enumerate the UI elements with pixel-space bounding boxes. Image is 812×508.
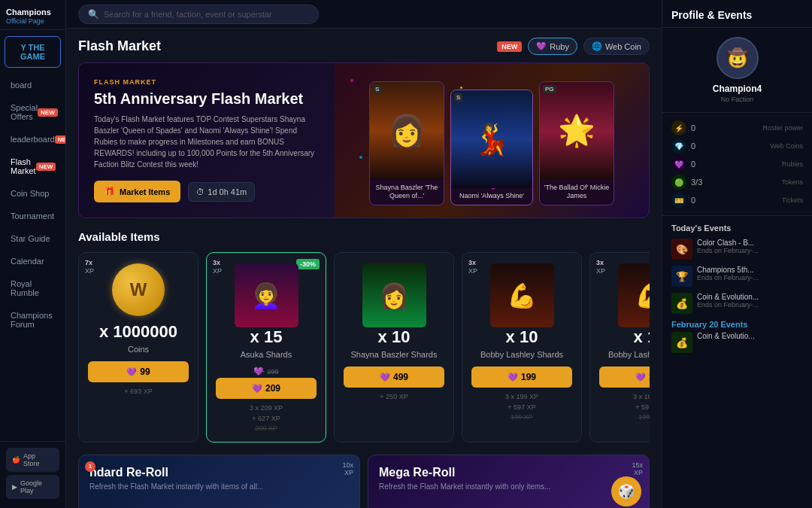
- buy-coins-button[interactable]: 💜 99: [88, 361, 189, 382]
- sidebar-item-champions-forum[interactable]: Champions Forum: [3, 305, 62, 335]
- new-badge: NEW: [36, 163, 56, 171]
- price-label: 99: [140, 367, 150, 377]
- item-name: Bobby Lashley Shards: [480, 350, 563, 359]
- original-price: 💜 299: [253, 367, 278, 376]
- ruby-label: Ruby: [550, 42, 569, 51]
- event-subtitle: Ends on February-...: [697, 301, 759, 309]
- event-item-feb-coin-evolution[interactable]: 💰 Coin & Evolutio...: [671, 332, 803, 353]
- item-xp-badge: 3x XP: [468, 259, 477, 275]
- item-xp-badge: 3x XP: [596, 259, 605, 275]
- wrestler-card-3-image: PG 🌟: [540, 82, 614, 180]
- sidebar-item-label: Star Guide: [11, 234, 50, 243]
- sidebar-item-calendar[interactable]: Calendar: [3, 251, 62, 272]
- event-title: Champions 5th...: [697, 266, 759, 274]
- ruby-icon: 💜: [635, 373, 646, 382]
- item-card-lashley-2: 3x XP 💪 x 10 Bobby Lashley Shards 💜 189 …: [589, 252, 650, 443]
- item-quantity: x 10: [506, 327, 538, 347]
- sidebar-header: Champions Official Page: [0, 0, 65, 30]
- discount-badge: -30%: [296, 259, 320, 269]
- stat-label: Web Coins: [770, 142, 803, 150]
- standard-reroll-card[interactable]: 1 10x XP ndard Re-Roll Refresh the Flash…: [78, 455, 360, 509]
- app-store-button[interactable]: 🍎 App Store: [6, 448, 59, 472]
- sidebar-item-royal-rumble[interactable]: Royal Rumble: [3, 273, 62, 303]
- sidebar-footer: 🍎 App Store ▶ Google Play: [0, 441, 65, 508]
- rubies-icon: 💜: [671, 157, 686, 172]
- stat-label: Roster power: [762, 124, 803, 132]
- reroll-xp: 15x XP: [632, 461, 643, 476]
- event-item-coin-evolution[interactable]: 💰 Coin & Evolution... Ends on February-.…: [671, 293, 803, 314]
- item-card-coins: 7x XP W x 1000000 Coins 💜 99 + 693 XP: [78, 252, 198, 443]
- wrestler-card-2-name: Naomi 'Always Shine': [451, 188, 532, 205]
- item-quantity: x 10: [378, 327, 411, 347]
- item-card-asuka: 3x XP -30% 👩‍🦱 x 15 Asuka Shards 💜 299 💜…: [206, 252, 326, 443]
- notification-dot: 1: [85, 461, 95, 472]
- wrestler-card-2-image: S 💃: [451, 90, 532, 188]
- app-store-label: App Store: [23, 452, 53, 467]
- sidebar-item-special-offers[interactable]: Special Offers NEW: [3, 97, 62, 127]
- sidebar-item-flash-market[interactable]: Flash Market NEW: [3, 151, 62, 181]
- sidebar-item-leaderboard[interactable]: leaderboard NEW: [3, 129, 62, 150]
- flash-market-header: Flash Market NEW 💜 Ruby 🌐 Web Coin: [78, 38, 650, 55]
- ruby-icon: 💜: [508, 373, 518, 382]
- play-game-button[interactable]: Y THE GAME: [5, 36, 61, 68]
- price-label: 199: [521, 372, 536, 382]
- ruby-currency-button[interactable]: 💜 Ruby: [528, 38, 577, 55]
- stats-row: ⚡ 0 Roster power 💎 0 Web Coins 💜 0 Rubie…: [662, 113, 812, 216]
- mega-reroll-card[interactable]: 15x XP Mega Re-Roll Refresh the Flash Ma…: [368, 455, 650, 509]
- card-rating: S: [373, 85, 381, 93]
- stat-value: 0: [691, 196, 695, 205]
- wrestler-card-2[interactable]: S 💃 Naomi 'Always Shine': [450, 90, 533, 205]
- web-coins-icon: 💎: [671, 138, 686, 154]
- event-item-champions-5th[interactable]: 🏆 Champions 5th... Ends on February-...: [671, 266, 803, 287]
- search-placeholder: Search for a friend, faction, event or s…: [104, 10, 272, 19]
- event-title: Coin & Evolutio...: [697, 332, 755, 340]
- roster-power-icon: ⚡: [671, 120, 686, 135]
- event-item-color-clash[interactable]: 🎨 Color Clash - B... Ends on February-..…: [671, 239, 803, 260]
- item-quantity: x 1000000: [99, 322, 177, 342]
- search-container[interactable]: 🔍 Search for a friend, faction, event or…: [78, 5, 319, 24]
- content-area: Flash Market NEW 💜 Ruby 🌐 Web Coin FLASH…: [66, 29, 662, 508]
- buy-asuka-button[interactable]: 💜 209: [216, 378, 317, 399]
- flash-market-title: Flash Market: [78, 38, 161, 54]
- ruby-icon: 💜: [253, 367, 264, 376]
- app-title: Champions: [6, 8, 59, 17]
- stat-label: Tickets: [782, 196, 803, 204]
- buy-lashley2-button[interactable]: 💜 189: [599, 367, 650, 388]
- sidebar-item-label: Calendar: [11, 257, 44, 266]
- app-subtitle: Official Page: [6, 17, 59, 25]
- banner-cards: S 👩 Shayna Baszler 'The Queen of...' S 💃…: [335, 63, 649, 217]
- available-items-title: Available Items: [78, 230, 650, 243]
- sidebar-item-tournament[interactable]: Tournament: [3, 205, 62, 227]
- currency-row: NEW 💜 Ruby 🌐 Web Coin: [497, 38, 650, 55]
- sidebar-item-board[interactable]: board: [3, 75, 62, 96]
- google-play-button[interactable]: ▶ Google Play: [6, 475, 59, 499]
- event-title: Coin & Evolution...: [697, 293, 759, 301]
- sidebar-item-label: Champions Forum: [11, 311, 55, 329]
- todays-events-label: Today's Events: [671, 224, 803, 233]
- market-items-button[interactable]: 🎁 Market Items: [94, 181, 180, 202]
- webcoin-currency-button[interactable]: 🌐 Web Coin: [583, 38, 650, 55]
- tokens-icon: 🟢: [671, 175, 686, 190]
- sidebar-item-star-guide[interactable]: Star Guide: [3, 228, 62, 249]
- stat-tokens: 🟢 3/3 Tokens: [671, 175, 803, 190]
- event-text: Champions 5th... Ends on February-...: [697, 266, 759, 287]
- flash-market-banner: FLASH MARKET 5th Anniversary Flash Marke…: [78, 62, 650, 218]
- webcoin-label: Web Coin: [605, 42, 641, 51]
- event-subtitle: Ends on February-...: [697, 274, 759, 281]
- stat-roster-power: ⚡ 0 Roster power: [671, 120, 803, 135]
- lashley2-shard-image: 💪: [618, 263, 650, 327]
- february-events-label: February 20 Events: [671, 320, 803, 329]
- ruby-icon: 💜: [126, 367, 137, 377]
- stat-value: 0: [691, 141, 695, 151]
- event-text: Coin & Evolution... Ends on February-...: [697, 293, 759, 314]
- sidebar-item-coin-shop[interactable]: Coin Shop: [3, 183, 62, 204]
- sidebar-item-label: Royal Rumble: [11, 279, 55, 297]
- buy-shayna-button[interactable]: 💜 499: [344, 367, 444, 388]
- buy-lashley1-button[interactable]: 💜 199: [471, 367, 572, 388]
- stat-value: 0: [691, 160, 695, 169]
- wrestler-card-3[interactable]: PG 🌟 'The Ballad Of' Mickie James: [539, 81, 614, 205]
- new-badge: NEW: [497, 41, 522, 52]
- banner-title: 5th Anniversary Flash Market: [94, 90, 320, 108]
- wrestler-card-1[interactable]: S 👩 Shayna Baszler 'The Queen of...': [369, 81, 444, 205]
- stat-tickets: 🎫 0 Tickets: [671, 193, 803, 208]
